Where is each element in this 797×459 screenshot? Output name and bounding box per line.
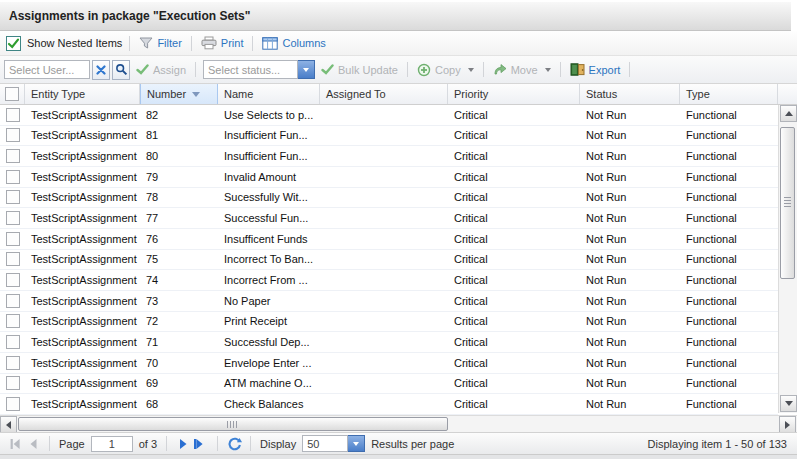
select-status-input[interactable] <box>203 60 298 79</box>
export-door-icon <box>570 63 585 76</box>
table-row[interactable]: TestScriptAssignment 78 Sucessfully Wit.… <box>0 188 778 209</box>
vertical-scroll-handle[interactable] <box>780 127 795 279</box>
cell-priority: Critical <box>448 109 580 121</box>
display-label: Display <box>260 438 296 450</box>
table-row[interactable]: TestScriptAssignment 82 Use Selects to p… <box>0 105 778 126</box>
cell-priority: Critical <box>448 398 580 410</box>
table-row[interactable]: TestScriptAssignment 74 Incorrect From .… <box>0 270 778 291</box>
row-checkbox[interactable] <box>6 211 20 225</box>
vertical-scrollbar[interactable] <box>778 105 797 413</box>
column-header-status[interactable]: Status <box>580 84 680 104</box>
displaying-status: Displaying item 1 - 50 of 133 <box>648 438 787 450</box>
column-header-assigned-to[interactable]: Assigned To <box>320 84 448 104</box>
cell-entity-type: TestScriptAssignment <box>25 253 140 265</box>
assign-button[interactable]: Assign <box>136 63 186 76</box>
cell-name: Incorrect To Ban... <box>218 253 320 265</box>
row-checkbox[interactable] <box>6 294 20 308</box>
cell-entity-type: TestScriptAssignment <box>25 212 140 224</box>
column-header-priority[interactable]: Priority <box>448 84 580 104</box>
row-checkbox[interactable] <box>6 356 20 370</box>
row-checkbox[interactable] <box>6 232 20 246</box>
show-nested-checkbox[interactable] <box>6 36 21 51</box>
curved-arrow-icon <box>493 63 507 76</box>
horizontal-scroll-handle[interactable] <box>18 417 448 431</box>
export-button[interactable]: Export <box>570 63 621 76</box>
scroll-down-button[interactable] <box>780 395 797 412</box>
cell-priority: Critical <box>448 357 580 369</box>
first-page-button[interactable] <box>6 435 24 453</box>
table-row[interactable]: TestScriptAssignment 70 Envelope Enter .… <box>0 353 778 374</box>
columns-button[interactable]: Columns <box>262 37 325 50</box>
toolbar-separator <box>629 62 630 77</box>
cell-name: Check Balances <box>218 398 320 410</box>
horizontal-scrollbar[interactable] <box>0 415 797 432</box>
column-header-type[interactable]: Type <box>680 84 778 104</box>
select-status-combo <box>203 60 315 79</box>
column-header-label: Entity Type <box>31 88 85 100</box>
row-checkbox[interactable] <box>6 314 20 328</box>
table-row[interactable]: TestScriptAssignment 76 Insufficent Fund… <box>0 229 778 250</box>
green-check-icon <box>136 63 149 76</box>
display-dropdown-trigger[interactable] <box>348 435 365 452</box>
prev-page-button[interactable] <box>24 435 42 453</box>
select-user-input[interactable] <box>4 60 90 79</box>
row-checkbox[interactable] <box>6 335 20 349</box>
table-row[interactable]: TestScriptAssignment 80 Insufficient Fun… <box>0 146 778 167</box>
table-row[interactable]: TestScriptAssignment 72 Print Receipt Cr… <box>0 312 778 333</box>
scroll-grip <box>227 421 239 428</box>
cell-priority: Critical <box>448 129 580 141</box>
scroll-up-button[interactable] <box>780 105 797 122</box>
cell-priority: Critical <box>448 212 580 224</box>
table-row[interactable]: TestScriptAssignment 69 ATM machine O...… <box>0 374 778 395</box>
bulk-update-button[interactable]: Bulk Update <box>321 63 398 76</box>
column-header-name[interactable]: Name <box>218 84 320 104</box>
cell-type: Functional <box>680 295 778 307</box>
row-checkbox[interactable] <box>6 397 20 411</box>
row-checkbox[interactable] <box>6 108 20 122</box>
cell-number: 69 <box>140 377 218 389</box>
toolbar-separator <box>483 62 484 77</box>
clear-user-button[interactable] <box>92 60 110 80</box>
table-row[interactable]: TestScriptAssignment 68 Check Balances C… <box>0 394 778 415</box>
table-row[interactable]: TestScriptAssignment 77 Successful Fun..… <box>0 208 778 229</box>
move-label: Move <box>511 64 538 76</box>
table-row[interactable]: TestScriptAssignment 75 Incorrect To Ban… <box>0 250 778 271</box>
cell-number: 82 <box>140 109 218 121</box>
search-user-button[interactable] <box>112 60 130 80</box>
column-header-number[interactable]: Number <box>140 84 218 104</box>
scroll-right-button[interactable] <box>779 416 796 433</box>
copy-button[interactable]: Copy <box>417 63 474 77</box>
green-check-icon <box>321 63 334 76</box>
page-count-label: of 3 <box>139 438 157 450</box>
refresh-button[interactable] <box>225 435 243 453</box>
column-header-entity-type[interactable]: Entity Type <box>25 84 140 104</box>
status-dropdown-trigger[interactable] <box>298 60 315 79</box>
cell-priority: Critical <box>448 253 580 265</box>
cell-name: ATM machine O... <box>218 377 320 389</box>
cell-priority: Critical <box>448 171 580 183</box>
row-checkbox[interactable] <box>6 376 20 390</box>
print-button[interactable]: Print <box>201 36 244 50</box>
row-checkbox[interactable] <box>6 252 20 266</box>
select-all-checkbox[interactable] <box>5 87 19 101</box>
page-number-input[interactable] <box>91 436 133 452</box>
scroll-left-button[interactable] <box>0 416 17 433</box>
row-checkbox[interactable] <box>6 149 20 163</box>
last-page-button[interactable] <box>192 435 210 453</box>
row-checkbox[interactable] <box>6 190 20 204</box>
row-checkbox[interactable] <box>6 128 20 142</box>
table-row[interactable]: TestScriptAssignment 79 Invalid Amount C… <box>0 167 778 188</box>
move-button[interactable]: Move <box>493 63 551 76</box>
table-row[interactable]: TestScriptAssignment 71 Successful Dep..… <box>0 332 778 353</box>
checkmark-icon <box>7 37 20 50</box>
table-row[interactable]: TestScriptAssignment 81 Insufficient Fun… <box>0 126 778 147</box>
row-checkbox[interactable] <box>6 273 20 287</box>
toolbar-separator <box>217 436 218 451</box>
columns-grid-icon <box>262 37 278 50</box>
table-row[interactable]: TestScriptAssignment 73 No Paper Critica… <box>0 291 778 312</box>
next-page-button[interactable] <box>174 435 192 453</box>
row-checkbox[interactable] <box>6 170 20 184</box>
cell-status: Not Run <box>580 274 680 286</box>
display-count-input[interactable] <box>302 435 348 452</box>
filter-button[interactable]: Filter <box>139 36 181 50</box>
